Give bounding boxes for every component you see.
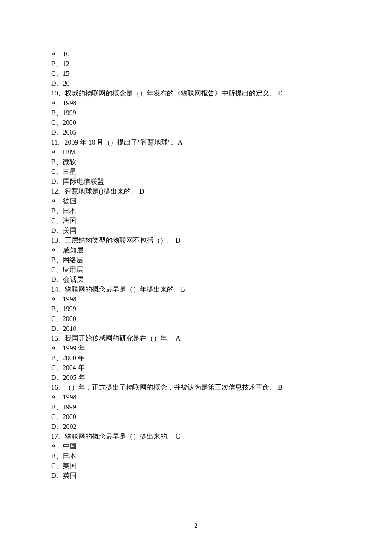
question-option: D、20 [51,78,341,88]
question-option: A、中国 [51,441,341,451]
question-option: B、1999 [51,108,341,118]
option-label: D [51,423,56,430]
option-separator: 、 [56,148,63,156]
option-label: D [51,178,56,185]
option-text: 会话层 [63,276,84,283]
question-option: A、感知层 [51,245,341,255]
question-option: A、1998 [51,392,341,402]
option-label: C [51,168,56,175]
option-label: B [51,403,56,410]
option-separator: 、 [56,452,63,460]
question-option: B、网络层 [51,255,341,265]
question-option: C、美国 [51,461,341,471]
option-text: 2000 [63,119,76,126]
question-option: C、2000 [51,118,341,127]
option-label: A [51,246,56,254]
option-label: D [51,374,56,381]
question-option: D、2005 [51,127,341,137]
question-option: B、12 [51,59,341,69]
question-stem: 17、物联网的概念最早是（）提出来的。 C [51,431,341,441]
question-stem: 12、智慧地球是()提出来的。 D [51,186,341,196]
option-text: 2002 [63,423,77,430]
option-text: 2005 [63,129,77,136]
option-text: 2010 [63,325,77,332]
question-option: C、15 [51,69,341,78]
option-label: C [51,119,56,126]
option-text: 2005 年 [63,374,85,381]
question-option: C、三星 [51,167,341,176]
option-text: 美国 [63,462,76,469]
option-label: B [51,158,56,165]
option-text: 中国 [63,442,77,450]
option-text: 1999 [63,305,76,312]
option-label: A [51,295,56,303]
option-label: A [51,393,56,401]
question-option: A、1999 年 [51,343,341,353]
question-option: C、2004 年 [51,363,341,373]
option-separator: 、 [56,344,63,352]
option-separator: 、 [56,472,63,479]
option-text: 2004 年 [63,364,85,371]
question-option: D、会话层 [51,275,341,284]
option-separator: 、 [56,50,63,58]
question-stem: 15、我国开始传感网的研究是在（）年。 A [51,333,341,343]
question-option: B、2000 年 [51,353,341,363]
question-option: B、1999 [51,402,341,412]
question-option: A、德国 [51,196,341,206]
question-option: D、英国 [51,471,341,480]
option-label: C [51,413,56,420]
question-option: C、2000 [51,314,341,324]
question-option: B、日本 [51,451,341,461]
option-label: C [51,315,56,322]
option-text: IBM [63,148,76,156]
option-text: 应用层 [63,266,83,273]
option-text: 1998 [63,295,77,303]
question-option: C、2000 [51,412,341,422]
question-stem: 10、权威的物联网的概念是（）年发布的《物联网报告》中所提出的定义。 D [51,88,341,98]
option-label: A [51,50,56,58]
option-separator: 、 [56,256,63,263]
option-separator: 、 [56,119,63,126]
question-option: B、1999 [51,304,341,314]
option-separator: 、 [56,295,63,303]
option-separator: 、 [56,178,63,185]
page-number: 2 [0,523,392,529]
option-text: 日本 [63,452,76,460]
option-text: 微软 [63,158,76,165]
question-option: D、国际电信联盟 [51,176,341,186]
option-separator: 、 [56,109,63,116]
option-label: B [51,305,56,312]
question-option: A、1998 [51,294,341,304]
question-option: A、10 [51,49,341,59]
option-separator: 、 [56,80,63,87]
option-text: 国际电信联盟 [63,178,104,185]
option-label: D [51,276,56,283]
question-option: D、2010 [51,324,341,333]
option-label: B [51,354,56,361]
option-separator: 、 [56,442,63,450]
option-separator: 、 [56,462,63,469]
question-option: D、美国 [51,225,341,235]
option-text: 2000 [63,315,76,322]
question-option: B、微软 [51,157,341,167]
option-separator: 、 [56,354,63,361]
option-label: D [51,80,56,87]
option-separator: 、 [56,227,63,234]
option-text: 1999 [63,403,76,410]
option-text: 2000 年 [63,354,85,361]
option-text: 1998 [63,99,77,107]
question-option: C、法国 [51,216,341,225]
option-label: B [51,60,56,67]
option-separator: 、 [56,315,63,322]
option-label: A [51,197,56,205]
option-separator: 、 [56,374,63,381]
question-stem: 16、（）年，正式提出了物联网的概念，并被认为是第三次信息技术革命。 B [51,382,341,392]
option-text: 1999 [63,109,76,116]
option-label: D [51,129,56,136]
question-option: B、日本 [51,206,341,216]
option-label: C [51,217,56,224]
question-option: D、2005 年 [51,373,341,382]
question-option: C、应用层 [51,265,341,275]
option-text: 12 [63,60,69,67]
option-label: D [51,325,56,332]
